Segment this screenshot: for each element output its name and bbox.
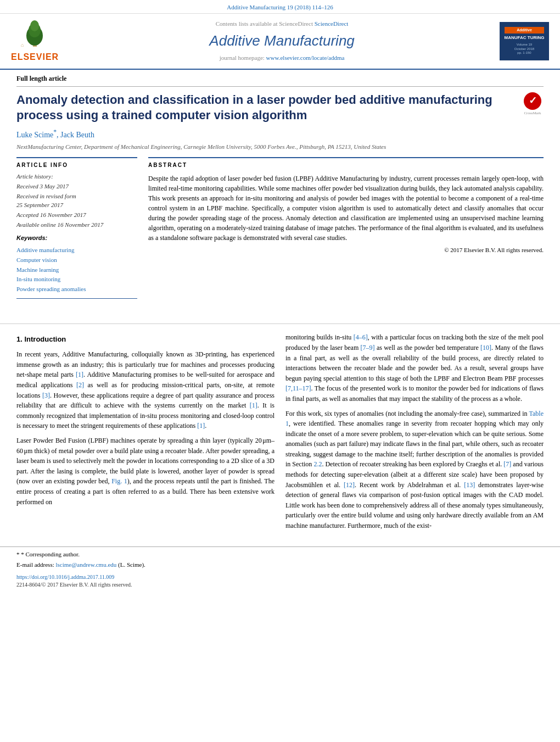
svg-point-3 <box>30 20 39 31</box>
journal-homepage: journal homepage: www.elsevier.com/locat… <box>64 54 500 63</box>
intro-para-2: Laser Powder Bed Fusion (LPBF) machines … <box>16 436 275 507</box>
ref-1[interactable]: [1] <box>76 371 83 378</box>
ref-4-6[interactable]: [4–6] <box>354 333 368 341</box>
main-content: 1. Introduction In recent years, Additiv… <box>0 332 560 535</box>
section-divider <box>0 323 560 324</box>
svg-text:⌂: ⌂ <box>21 42 24 48</box>
ref-table1[interactable]: Table 1 <box>285 410 544 428</box>
journal-main-title: Additive Manufacturing <box>64 31 500 52</box>
footnote-star: * * Corresponding author. <box>16 550 544 559</box>
ref-sec22[interactable]: 2.2 <box>313 460 322 468</box>
keyword-1[interactable]: Additive manufacturing <box>16 246 137 255</box>
ref-7b[interactable]: [7] <box>503 460 511 468</box>
accepted-date: Accepted 16 November 2017 <box>16 211 137 220</box>
journal-title-center: Contents lists available at ScienceDirec… <box>64 20 500 63</box>
received-date: Received 3 May 2017 <box>16 182 137 191</box>
author-scime[interactable]: Luke Scime <box>16 130 53 138</box>
keywords-section: Keywords: Additive manufacturing Compute… <box>16 234 137 294</box>
section-number: 1. <box>16 335 24 343</box>
ref-7-17[interactable]: [7,11–17] <box>285 384 311 392</box>
footnote-email: E-mail address: lscime@andrew.cmu.edu (L… <box>16 561 544 570</box>
journal-citation: Additive Manufacturing 19 (2018) 114–126 <box>227 4 333 10</box>
copyright-notice: © 2017 Elsevier B.V. All rights reserved… <box>148 246 544 255</box>
crossmark-label: CrossMark <box>524 110 541 116</box>
ref-13[interactable]: [13] <box>464 481 475 489</box>
intro-heading: 1. Introduction <box>16 334 275 345</box>
intro-para-1: In recent years, Additive Manufacturing,… <box>16 349 275 431</box>
available-date: Available online 16 November 2017 <box>16 221 137 230</box>
main-right-column: monitoring builds in-situ [4–6], with a … <box>285 332 544 535</box>
affiliation: NextManufacturing Center, Department of … <box>16 143 544 152</box>
journal-homepage-link[interactable]: www.elsevier.com/locate/addma <box>266 54 345 61</box>
elsevier-tree-icon: ⌂ <box>20 19 50 49</box>
authors-line: Luke Scime*, Jack Beuth <box>16 128 544 141</box>
star-symbol: * <box>16 551 20 557</box>
footnote-area: * * Corresponding author. E-mail address… <box>0 546 560 570</box>
keyword-4[interactable]: In-situ monitoring <box>16 275 137 284</box>
abstract-section: ABSTRACT Despite the rapid adoption of l… <box>148 157 544 255</box>
section-title-text: Introduction <box>24 335 66 343</box>
article-title-section: Anomaly detection and classification in … <box>16 92 544 124</box>
main-left-column: 1. Introduction In recent years, Additiv… <box>16 332 275 535</box>
cover-top-label: Additive <box>505 27 545 34</box>
info-abstract-section: ARTICLE INFO Article history: Received 3… <box>16 157 544 305</box>
right-para-1: monitoring builds in-situ [4–6], with a … <box>285 332 544 404</box>
author-email-link[interactable]: lscime@andrew.cmu.edu <box>55 561 116 568</box>
crossmark-badge: ✓ CrossMark <box>522 92 544 116</box>
journal-cover: Additive MANUFAC TURING Volume 19October… <box>500 22 549 60</box>
history-label: Article history: <box>16 172 137 181</box>
elsevier-wordmark: ELSEVIER <box>11 51 59 63</box>
keyword-5[interactable]: Powder spreading anomalies <box>16 285 137 294</box>
bottom-line: https://doi.org/10.1016/j.addma.2017.11.… <box>0 571 560 592</box>
crossmark-icon: ✓ <box>524 92 541 110</box>
keywords-label: Keywords: <box>16 234 137 243</box>
doi-link[interactable]: https://doi.org/10.1016/j.addma.2017.11.… <box>16 574 114 580</box>
article-info-title: ARTICLE INFO <box>16 161 137 170</box>
article-info-box: ARTICLE INFO Article history: Received 3… <box>16 157 137 299</box>
cover-main-label: MANUFAC TURING <box>505 35 545 41</box>
ref-7-9[interactable]: [7–9] <box>361 344 375 352</box>
abstract-text: Despite the rapid adoption of laser powd… <box>148 174 544 243</box>
ref-fig1[interactable]: Fig. 1 <box>111 477 127 485</box>
author-beuth[interactable]: Jack Beuth <box>60 130 94 138</box>
ref-12[interactable]: [12] <box>344 481 355 489</box>
article-info-column: ARTICLE INFO Article history: Received 3… <box>16 157 137 305</box>
article-type: Full length article <box>16 70 544 86</box>
ref-1b[interactable]: [1] <box>250 401 257 409</box>
abstract-title: ABSTRACT <box>148 161 544 170</box>
received-revised-date: Received in revised form25 September 201… <box>16 192 137 210</box>
keyword-2[interactable]: Computer vision <box>16 256 137 265</box>
right-para-2: For this work, six types of anomalies (n… <box>285 409 544 531</box>
abstract-column: ABSTRACT Despite the rapid adoption of l… <box>148 157 544 305</box>
sciencedirect-anchor[interactable]: ScienceDirect <box>315 20 349 27</box>
sciencedirect-link: Contents lists available at ScienceDirec… <box>64 20 500 29</box>
article-title: Anomaly detection and classification in … <box>16 92 516 124</box>
article-body: Full length article Anomaly detection an… <box>0 70 560 315</box>
ref-1c[interactable]: [1] <box>197 422 205 429</box>
issn-line: 2214-8604/© 2017 Elsevier B.V. All right… <box>16 582 132 588</box>
ref-10[interactable]: [10] <box>480 344 491 352</box>
ref-3[interactable]: [3] <box>42 392 50 399</box>
keyword-3[interactable]: Machine learning <box>16 266 137 275</box>
ref-2[interactable]: [2] <box>76 381 84 389</box>
elsevier-logo: ⌂ ELSEVIER <box>11 19 59 63</box>
journal-header: ⌂ ELSEVIER Contents lists available at S… <box>0 14 560 70</box>
journal-banner: Additive Manufacturing 19 (2018) 114–126 <box>0 0 560 14</box>
